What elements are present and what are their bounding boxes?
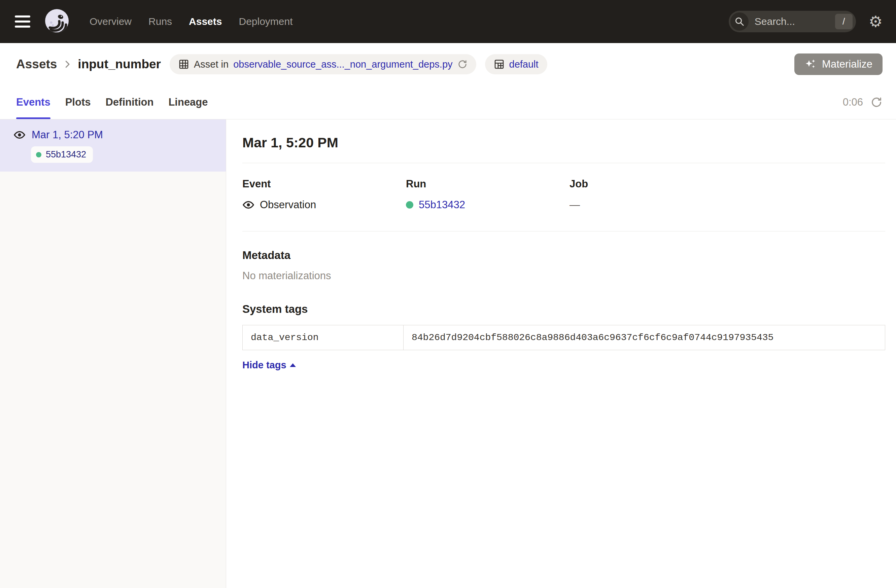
caret-up-icon [290, 363, 296, 367]
asset-location-chip: Asset in observable_source_ass..._non_ar… [170, 54, 476, 74]
job-empty-value: — [570, 199, 580, 211]
event-detail-panel: Mar 1, 5:20 PM Event Observation Run 55b… [226, 119, 896, 588]
gear-icon[interactable]: ⚙ [869, 14, 882, 29]
green-status-dot [36, 152, 41, 157]
divider [242, 231, 885, 231]
chevron-right-icon [62, 59, 72, 69]
search-input[interactable] [754, 15, 835, 27]
event-list-item[interactable]: Mar 1, 5:20 PM 55b13432 [0, 119, 226, 172]
metadata-empty-text: No materializations [242, 270, 885, 282]
system-tags-heading: System tags [242, 303, 885, 316]
eye-icon [242, 199, 254, 211]
eye-icon [14, 129, 26, 141]
asset-chip-prefix: Asset in [194, 59, 229, 70]
divider [242, 163, 885, 163]
green-status-dot [406, 201, 413, 208]
tab-events[interactable]: Events [16, 85, 50, 119]
search-icon [730, 12, 748, 30]
tag-value-cell: 84b26d7d9204cbf588026c8a9886d403a6c9637c… [404, 325, 885, 350]
event-column-label: Event [242, 178, 406, 190]
event-timestamp-link[interactable]: Mar 1, 5:20 PM [32, 129, 103, 141]
tab-plots[interactable]: Plots [65, 85, 91, 119]
system-tags-table: data_version 84b26d7d9204cbf588026c8a988… [242, 325, 885, 350]
job-column-label: Job [570, 178, 885, 190]
materialize-label: Materialize [822, 58, 872, 70]
code-location-link[interactable]: observable_source_ass..._non_argument_de… [233, 59, 453, 70]
content-area: Mar 1, 5:20 PM 55b13432 Mar 1, 5:20 PM E… [0, 119, 896, 588]
table-grid-icon [178, 59, 189, 70]
event-list-sidebar: Mar 1, 5:20 PM 55b13432 [0, 119, 226, 588]
metadata-heading: Metadata [242, 249, 885, 262]
asset-tabs: Events Plots Definition Lineage [16, 85, 208, 119]
repo-default-link[interactable]: default [509, 59, 539, 70]
event-item-header: Mar 1, 5:20 PM [14, 129, 226, 141]
hide-tags-toggle[interactable]: Hide tags [242, 360, 296, 371]
refresh-icon[interactable] [457, 59, 468, 69]
tab-lineage[interactable]: Lineage [168, 85, 208, 119]
job-column: Job — [570, 178, 885, 211]
hide-tags-label: Hide tags [242, 360, 286, 371]
global-search[interactable]: / [729, 11, 856, 32]
materialize-button[interactable]: Materialize [794, 53, 882, 75]
page-header: Assets input_number Asset in observable_… [0, 43, 896, 85]
run-column: Run 55b13432 [406, 178, 570, 211]
event-column: Event Observation [242, 178, 406, 211]
hamburger-bar [15, 15, 30, 17]
event-title: Mar 1, 5:20 PM [242, 135, 885, 151]
nav-item-overview[interactable]: Overview [90, 16, 132, 27]
run-column-label: Run [406, 178, 570, 190]
breadcrumb: Assets input_number [16, 57, 161, 71]
top-navigation: Overview Runs Assets Deployment / ⚙ [0, 0, 896, 43]
hamburger-menu-icon[interactable] [15, 14, 32, 29]
run-id-link[interactable]: 55b13432 [419, 199, 465, 211]
breadcrumb-assets-link[interactable]: Assets [16, 57, 57, 71]
repo-chip: default [485, 54, 547, 74]
sparkles-icon [805, 58, 817, 70]
refresh-controls: 0:06 [843, 85, 882, 119]
run-chip[interactable]: 55b13432 [31, 146, 93, 163]
dagster-logo[interactable] [44, 8, 70, 35]
nav-item-runs[interactable]: Runs [148, 16, 172, 27]
event-type-value: Observation [260, 199, 316, 211]
refresh-timer: 0:06 [843, 96, 863, 108]
hamburger-bar [15, 21, 30, 23]
run-id-label: 55b13432 [46, 149, 86, 160]
table-row: data_version 84b26d7d9204cbf588026c8a988… [243, 325, 885, 350]
tab-definition[interactable]: Definition [105, 85, 154, 119]
nav-item-assets[interactable]: Assets [189, 16, 222, 27]
refresh-icon[interactable] [870, 96, 882, 108]
slash-key-badge: / [835, 14, 853, 29]
tag-key-cell: data_version [243, 325, 404, 350]
tabs-row: Events Plots Definition Lineage 0:06 [0, 85, 896, 119]
page-title: input_number [78, 57, 161, 71]
hamburger-bar [15, 26, 30, 27]
repo-grid-icon [494, 59, 504, 70]
nav-item-deployment[interactable]: Deployment [239, 16, 293, 27]
event-summary-grid: Event Observation Run 55b13432 Job [242, 178, 885, 211]
primary-nav: Overview Runs Assets Deployment [90, 16, 293, 27]
